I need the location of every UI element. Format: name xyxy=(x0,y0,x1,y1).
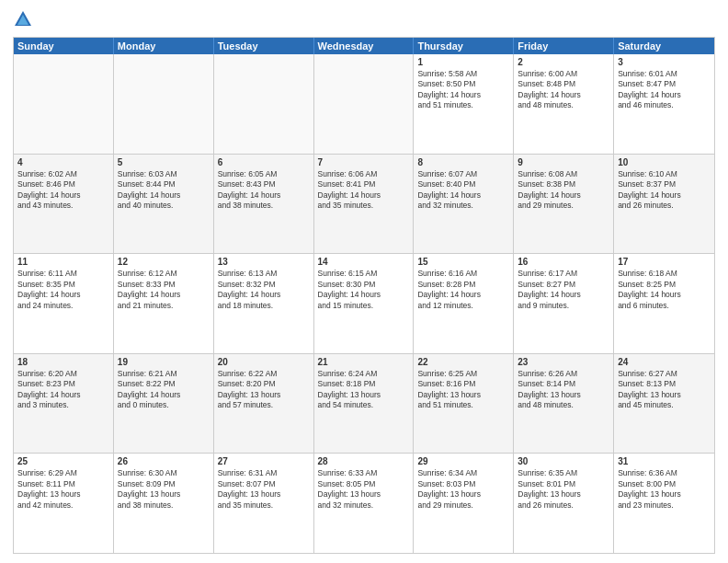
day-number: 11 xyxy=(17,257,109,267)
day-info: Sunrise: 6:05 AM Sunset: 8:43 PM Dayligh… xyxy=(218,169,310,212)
day-cell-9: 9Sunrise: 6:08 AM Sunset: 8:38 PM Daylig… xyxy=(514,155,614,254)
day-number: 6 xyxy=(218,157,310,167)
day-info: Sunrise: 6:03 AM Sunset: 8:44 PM Dayligh… xyxy=(118,169,210,212)
day-cell-13: 13Sunrise: 6:13 AM Sunset: 8:32 PM Dayli… xyxy=(214,254,314,353)
day-cell-4: 4Sunrise: 6:02 AM Sunset: 8:46 PM Daylig… xyxy=(14,155,114,254)
day-cell-15: 15Sunrise: 6:16 AM Sunset: 8:28 PM Dayli… xyxy=(414,254,514,353)
day-cell-17: 17Sunrise: 6:18 AM Sunset: 8:25 PM Dayli… xyxy=(614,254,714,353)
day-cell-20: 20Sunrise: 6:22 AM Sunset: 8:20 PM Dayli… xyxy=(214,354,314,454)
day-info: Sunrise: 6:33 AM Sunset: 8:05 PM Dayligh… xyxy=(318,468,410,511)
day-cell-14: 14Sunrise: 6:15 AM Sunset: 8:30 PM Dayli… xyxy=(314,254,415,353)
day-number: 25 xyxy=(17,456,109,466)
day-number: 18 xyxy=(17,357,109,367)
day-info: Sunrise: 6:08 AM Sunset: 8:38 PM Dayligh… xyxy=(518,169,609,212)
day-cell-6: 6Sunrise: 6:05 AM Sunset: 8:43 PM Daylig… xyxy=(214,155,314,254)
calendar-row: 11Sunrise: 6:11 AM Sunset: 8:35 PM Dayli… xyxy=(14,254,714,354)
day-cell-31: 31Sunrise: 6:36 AM Sunset: 8:00 PM Dayli… xyxy=(614,454,714,553)
day-number: 10 xyxy=(618,157,711,167)
day-info: Sunrise: 6:31 AM Sunset: 8:07 PM Dayligh… xyxy=(218,468,310,511)
day-number: 9 xyxy=(518,157,609,167)
day-cell-28: 28Sunrise: 6:33 AM Sunset: 8:05 PM Dayli… xyxy=(314,454,415,553)
day-number: 4 xyxy=(17,157,109,167)
day-number: 29 xyxy=(417,456,509,466)
header xyxy=(13,9,715,29)
day-number: 13 xyxy=(218,257,310,267)
day-cell-26: 26Sunrise: 6:30 AM Sunset: 8:09 PM Dayli… xyxy=(114,454,214,553)
header-day-saturday: Saturday xyxy=(614,38,714,54)
day-cell-2: 2Sunrise: 6:00 AM Sunset: 8:48 PM Daylig… xyxy=(514,54,614,154)
calendar-row: 1Sunrise: 5:58 AM Sunset: 8:50 PM Daylig… xyxy=(14,54,714,155)
header-day-wednesday: Wednesday xyxy=(314,38,415,54)
day-info: Sunrise: 6:21 AM Sunset: 8:22 PM Dayligh… xyxy=(118,369,210,411)
day-number: 28 xyxy=(318,456,410,466)
day-cell-24: 24Sunrise: 6:27 AM Sunset: 8:13 PM Dayli… xyxy=(614,354,714,454)
day-cell-25: 25Sunrise: 6:29 AM Sunset: 8:11 PM Dayli… xyxy=(14,454,114,553)
day-info: Sunrise: 6:25 AM Sunset: 8:16 PM Dayligh… xyxy=(417,369,509,411)
day-cell-8: 8Sunrise: 6:07 AM Sunset: 8:40 PM Daylig… xyxy=(414,155,514,254)
day-info: Sunrise: 6:18 AM Sunset: 8:25 PM Dayligh… xyxy=(618,269,711,311)
day-info: Sunrise: 6:11 AM Sunset: 8:35 PM Dayligh… xyxy=(17,269,109,311)
day-number: 3 xyxy=(618,57,711,67)
header-day-sunday: Sunday xyxy=(14,38,114,54)
day-cell-11: 11Sunrise: 6:11 AM Sunset: 8:35 PM Dayli… xyxy=(14,254,114,353)
day-number: 12 xyxy=(118,257,210,267)
day-number: 15 xyxy=(417,257,509,267)
day-number: 22 xyxy=(417,357,509,367)
day-info: Sunrise: 6:01 AM Sunset: 8:47 PM Dayligh… xyxy=(618,69,711,111)
day-info: Sunrise: 6:35 AM Sunset: 8:01 PM Dayligh… xyxy=(518,468,609,511)
day-info: Sunrise: 6:27 AM Sunset: 8:13 PM Dayligh… xyxy=(618,369,711,411)
day-number: 24 xyxy=(618,357,711,367)
day-info: Sunrise: 6:16 AM Sunset: 8:28 PM Dayligh… xyxy=(417,269,509,311)
day-number: 16 xyxy=(518,257,609,267)
day-cell-18: 18Sunrise: 6:20 AM Sunset: 8:23 PM Dayli… xyxy=(14,354,114,454)
calendar-body: 1Sunrise: 5:58 AM Sunset: 8:50 PM Daylig… xyxy=(14,54,714,553)
day-info: Sunrise: 6:15 AM Sunset: 8:30 PM Dayligh… xyxy=(318,269,410,311)
empty-cell xyxy=(14,54,114,154)
day-number: 30 xyxy=(518,456,609,466)
empty-cell xyxy=(314,54,415,154)
day-cell-12: 12Sunrise: 6:12 AM Sunset: 8:33 PM Dayli… xyxy=(114,254,214,353)
day-info: Sunrise: 6:20 AM Sunset: 8:23 PM Dayligh… xyxy=(17,369,109,411)
day-cell-21: 21Sunrise: 6:24 AM Sunset: 8:18 PM Dayli… xyxy=(314,354,415,454)
calendar-row: 4Sunrise: 6:02 AM Sunset: 8:46 PM Daylig… xyxy=(14,155,714,255)
day-number: 26 xyxy=(118,456,210,466)
day-info: Sunrise: 6:07 AM Sunset: 8:40 PM Dayligh… xyxy=(417,169,509,212)
day-cell-7: 7Sunrise: 6:06 AM Sunset: 8:41 PM Daylig… xyxy=(314,155,415,254)
day-info: Sunrise: 6:29 AM Sunset: 8:11 PM Dayligh… xyxy=(17,468,109,511)
day-number: 20 xyxy=(218,357,310,367)
day-info: Sunrise: 6:10 AM Sunset: 8:37 PM Dayligh… xyxy=(618,169,711,212)
empty-cell xyxy=(114,54,214,154)
day-number: 21 xyxy=(318,357,410,367)
day-cell-3: 3Sunrise: 6:01 AM Sunset: 8:47 PM Daylig… xyxy=(614,54,714,154)
day-cell-16: 16Sunrise: 6:17 AM Sunset: 8:27 PM Dayli… xyxy=(514,254,614,353)
calendar-header: SundayMondayTuesdayWednesdayThursdayFrid… xyxy=(14,38,714,54)
calendar: SundayMondayTuesdayWednesdayThursdayFrid… xyxy=(13,37,715,554)
day-number: 17 xyxy=(618,257,711,267)
day-info: Sunrise: 6:00 AM Sunset: 8:48 PM Dayligh… xyxy=(518,69,609,111)
day-info: Sunrise: 6:36 AM Sunset: 8:00 PM Dayligh… xyxy=(618,468,711,511)
day-cell-10: 10Sunrise: 6:10 AM Sunset: 8:37 PM Dayli… xyxy=(614,155,714,254)
day-number: 19 xyxy=(118,357,210,367)
day-number: 7 xyxy=(318,157,410,167)
day-number: 27 xyxy=(218,456,310,466)
day-number: 14 xyxy=(318,257,410,267)
day-info: Sunrise: 6:13 AM Sunset: 8:32 PM Dayligh… xyxy=(218,269,310,311)
logo xyxy=(13,9,37,29)
day-info: Sunrise: 6:30 AM Sunset: 8:09 PM Dayligh… xyxy=(118,468,210,511)
day-info: Sunrise: 6:17 AM Sunset: 8:27 PM Dayligh… xyxy=(518,269,609,311)
day-number: 1 xyxy=(417,57,509,67)
day-info: Sunrise: 6:12 AM Sunset: 8:33 PM Dayligh… xyxy=(118,269,210,311)
day-number: 31 xyxy=(618,456,711,466)
calendar-row: 18Sunrise: 6:20 AM Sunset: 8:23 PM Dayli… xyxy=(14,354,714,454)
day-cell-19: 19Sunrise: 6:21 AM Sunset: 8:22 PM Dayli… xyxy=(114,354,214,454)
header-day-friday: Friday xyxy=(514,38,614,54)
header-day-monday: Monday xyxy=(114,38,214,54)
day-info: Sunrise: 6:22 AM Sunset: 8:20 PM Dayligh… xyxy=(218,369,310,411)
header-day-tuesday: Tuesday xyxy=(214,38,314,54)
day-number: 5 xyxy=(118,157,210,167)
empty-cell xyxy=(214,54,314,154)
day-info: Sunrise: 6:24 AM Sunset: 8:18 PM Dayligh… xyxy=(318,369,410,411)
day-cell-30: 30Sunrise: 6:35 AM Sunset: 8:01 PM Dayli… xyxy=(514,454,614,553)
calendar-row: 25Sunrise: 6:29 AM Sunset: 8:11 PM Dayli… xyxy=(14,454,714,553)
day-cell-27: 27Sunrise: 6:31 AM Sunset: 8:07 PM Dayli… xyxy=(214,454,314,553)
